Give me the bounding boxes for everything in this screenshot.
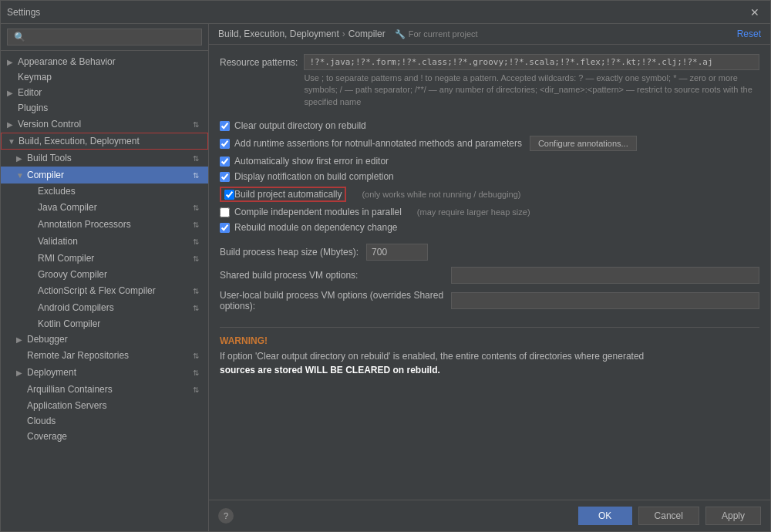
title-bar: Settings ✕	[1, 1, 770, 24]
display-notification-checkbox[interactable]	[220, 172, 230, 182]
breadcrumb-project: 🔧 For current project	[395, 29, 478, 39]
sidebar-item-actionscript[interactable]: ActionScript & Flex Compiler ⇅	[1, 282, 208, 299]
sidebar-item-excludes[interactable]: Excludes	[1, 184, 208, 199]
shared-vm-label: Shared build process VM options:	[220, 270, 451, 281]
sidebar-item-annotation-processors[interactable]: Annotation Processors ⇅	[1, 216, 208, 233]
sidebar-item-groovy-compiler[interactable]: Groovy Compiler	[1, 267, 208, 282]
heap-size-input[interactable]	[366, 244, 428, 261]
sidebar-item-label: Excludes	[38, 186, 202, 197]
arrow-icon: ▶	[7, 89, 18, 97]
sidebar-item-application-servers[interactable]: Application Servers	[1, 398, 208, 413]
reset-button[interactable]: Reset	[737, 29, 761, 39]
warning-text: If option 'Clear output directory on reb…	[220, 349, 759, 377]
sidebar-item-coverage[interactable]: Coverage	[1, 429, 208, 444]
ok-button[interactable]: OK	[578, 507, 632, 525]
sidebar-item-version-control[interactable]: ▶ Version Control ⇅	[1, 116, 208, 133]
help-button[interactable]: ?	[218, 508, 234, 524]
sidebar-item-label: Build Tools	[27, 153, 188, 163]
sidebar-item-build-tools[interactable]: ▶ Build Tools ⇅	[1, 150, 208, 167]
sync-icon: ⇅	[190, 285, 202, 297]
build-automatically-note: (only works while not running / debuggin…	[362, 190, 520, 199]
warning-box: WARNING! If option 'Clear output directo…	[220, 327, 759, 377]
sidebar-item-label: Android Compilers	[38, 302, 188, 313]
sidebar-item-plugins[interactable]: Plugins	[1, 100, 208, 116]
sidebar-item-rmi-compiler[interactable]: RMI Compiler ⇅	[1, 250, 208, 267]
rebuild-module-label[interactable]: Rebuild module on dependency change	[234, 222, 398, 233]
sidebar-item-label: Groovy Compiler	[38, 269, 202, 280]
sync-icon: ⇅	[190, 252, 202, 264]
sync-icon: ⇅	[190, 152, 202, 164]
sidebar-item-kotlin-compiler[interactable]: Kotlin Compiler	[1, 316, 208, 332]
sidebar-item-label: Annotation Processors	[38, 219, 188, 230]
sidebar-item-label: Clouds	[27, 416, 202, 426]
arrow-icon: ▼	[16, 171, 27, 180]
user-vm-input[interactable]	[451, 292, 759, 309]
sidebar-item-appearance[interactable]: ▶ Appearance & Behavior	[1, 54, 208, 69]
sync-icon: ⇅	[190, 366, 202, 379]
heap-size-label: Build process heap size (Mbytes):	[220, 247, 359, 258]
warning-text-part2: sources are stored WILL BE CLEARED on re…	[220, 365, 440, 375]
project-label: For current project	[409, 29, 478, 39]
sync-icon: ⇅	[190, 118, 202, 130]
sidebar-item-compiler[interactable]: ▼ Compiler ⇅	[1, 167, 208, 184]
window-title: Settings	[7, 7, 746, 18]
compile-parallel-checkbox[interactable]	[220, 207, 230, 217]
sidebar-item-editor[interactable]: ▶ Editor	[1, 85, 208, 100]
rebuild-module-checkbox[interactable]	[220, 223, 230, 233]
configure-annotations-button[interactable]: Configure annotations...	[530, 136, 637, 151]
build-automatically-label[interactable]: Build project automatically	[234, 189, 342, 200]
resource-patterns-label: Resource patterns:	[220, 54, 298, 68]
runtime-assertions-label[interactable]: Add runtime assertions for notnull-annot…	[234, 138, 522, 149]
sync-icon: ⇅	[190, 218, 202, 231]
build-automatically-checkbox[interactable]	[224, 190, 234, 200]
project-icon: 🔧	[395, 29, 406, 39]
breadcrumb-separator: ›	[342, 29, 345, 39]
build-automatically-highlighted: Build project automatically	[220, 187, 346, 202]
sidebar-item-label: Debugger	[27, 334, 202, 345]
sidebar-item-label: Application Servers	[27, 400, 202, 411]
sidebar-item-remote-jar[interactable]: Remote Jar Repositories ⇅	[1, 347, 208, 364]
search-input[interactable]	[7, 29, 202, 45]
show-first-error-label[interactable]: Automatically show first error in editor	[234, 156, 389, 167]
sidebar-item-arquillian[interactable]: Arquillian Containers ⇅	[1, 381, 208, 398]
display-notification-label[interactable]: Display notification on build completion	[234, 171, 394, 182]
clear-output-checkbox[interactable]	[220, 121, 230, 131]
sidebar-item-deployment[interactable]: ▶ Deployment ⇅	[1, 364, 208, 381]
sidebar-item-build-execution[interactable]: ▼ Build, Execution, Deployment	[1, 133, 208, 150]
show-first-error-checkbox[interactable]	[220, 157, 230, 167]
sync-icon: ⇅	[190, 201, 202, 214]
sidebar-item-validation[interactable]: Validation ⇅	[1, 233, 208, 250]
breadcrumb-parent: Build, Execution, Deployment	[218, 29, 339, 39]
heap-size-row: Build process heap size (Mbytes):	[220, 244, 759, 261]
clear-output-row: Clear output directory on rebuild	[220, 120, 759, 131]
sidebar-item-debugger[interactable]: ▶ Debugger	[1, 332, 208, 347]
sidebar-item-label: Kotlin Compiler	[38, 318, 202, 329]
breadcrumb-current: Compiler	[348, 29, 386, 39]
runtime-assertions-checkbox[interactable]	[220, 139, 230, 149]
sidebar-tree: ▶ Appearance & Behavior Keymap ▶ Editor …	[1, 51, 208, 531]
resource-patterns-input[interactable]	[304, 54, 759, 70]
sidebar-item-label: Coverage	[27, 431, 202, 442]
sidebar-item-label: RMI Compiler	[38, 253, 188, 264]
apply-button[interactable]: Apply	[705, 507, 761, 525]
resource-patterns-hint: Use ; to separate patterns and ! to nega…	[304, 72, 759, 108]
sidebar: ▶ Appearance & Behavior Keymap ▶ Editor …	[1, 24, 209, 531]
close-button[interactable]: ✕	[746, 5, 764, 20]
arrow-icon: ▶	[16, 154, 27, 163]
cancel-button[interactable]: Cancel	[638, 507, 699, 525]
sync-icon: ⇅	[190, 235, 202, 247]
compile-parallel-note: (may require larger heap size)	[417, 207, 530, 217]
sync-icon: ⇅	[190, 301, 202, 314]
sidebar-item-android-compilers[interactable]: Android Compilers ⇅	[1, 299, 208, 316]
rebuild-module-row: Rebuild module on dependency change	[220, 222, 759, 233]
sidebar-item-java-compiler[interactable]: Java Compiler ⇅	[1, 199, 208, 216]
display-notification-row: Display notification on build completion	[220, 171, 759, 182]
right-panel: Build, Execution, Deployment › Compiler …	[209, 24, 770, 531]
settings-body: Resource patterns: Use ; to separate pat…	[209, 45, 770, 500]
sidebar-item-label: Java Compiler	[38, 202, 188, 213]
clear-output-label[interactable]: Clear output directory on rebuild	[234, 120, 366, 131]
shared-vm-input[interactable]	[451, 267, 759, 284]
sidebar-item-clouds[interactable]: Clouds	[1, 413, 208, 429]
sidebar-item-keymap[interactable]: Keymap	[1, 69, 208, 85]
compile-parallel-label[interactable]: Compile independent modules in parallel	[234, 207, 402, 217]
